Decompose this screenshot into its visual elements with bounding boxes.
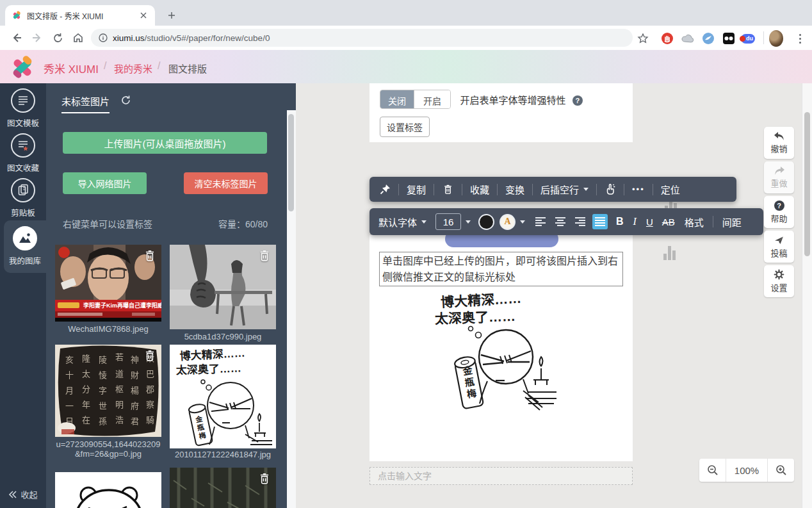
- align-left-button[interactable]: [533, 214, 548, 229]
- pin-icon[interactable]: [380, 184, 391, 195]
- chevron-down-icon[interactable]: [520, 220, 525, 224]
- hand-pointer-icon[interactable]: [605, 184, 616, 195]
- highlight-color-picker[interactable]: A: [499, 214, 516, 230]
- adblock-extension-icon[interactable]: [660, 31, 674, 45]
- workspace-scrollbar-thumb[interactable]: [804, 112, 810, 256]
- library-image-cartoon[interactable]: 博大精深…… 太深奥了…… 金 瓶 梅: [170, 345, 276, 448]
- help-question-icon[interactable]: ?: [572, 95, 583, 106]
- library-image-forest[interactable]: [170, 468, 276, 508]
- site-info-icon[interactable]: [99, 33, 108, 42]
- image-caption: WechatIMG7868.jpeg: [55, 324, 161, 334]
- format-menu-button[interactable]: 格式: [685, 215, 704, 229]
- more-options-button[interactable]: •••: [632, 184, 645, 194]
- panda-extension-icon[interactable]: [722, 31, 736, 45]
- undo-button[interactable]: 撤销: [764, 127, 794, 159]
- brand-link[interactable]: 秀米 XIUMI: [44, 60, 99, 76]
- profile-avatar[interactable]: [769, 31, 783, 45]
- upload-images-button[interactable]: 上传图片(可从桌面拖放图片): [63, 132, 267, 154]
- zoom-in-icon[interactable]: [768, 459, 794, 482]
- undo-arrow-icon: [774, 132, 785, 141]
- tab-untagged-images[interactable]: 未标签图片: [61, 94, 110, 113]
- svg-text:楊: 楊: [131, 386, 139, 395]
- insert-blank-line-button[interactable]: 后插空行: [540, 183, 589, 196]
- image-caption: u=2723090554,1644023209&fm=26&gp=0.jpg: [55, 439, 161, 459]
- bold-button[interactable]: B: [616, 216, 624, 227]
- locate-button[interactable]: 定位: [661, 183, 680, 196]
- home-icon[interactable]: [70, 30, 86, 45]
- sidebar-item-my-images[interactable]: 我的图库: [4, 220, 46, 273]
- screen: 图文排版 - 秀米 XIUMI xiumi.us/studio/v5#/pape…: [0, 0, 812, 508]
- svg-text:世: 世: [99, 401, 107, 411]
- selected-paragraph[interactable]: 单击图库中已经上传的图片，即可将该图片插入到右侧微信推文正文的鼠标光标处: [379, 252, 623, 286]
- delete-image-icon[interactable]: [257, 471, 272, 486]
- copy-button[interactable]: 复制: [407, 183, 426, 196]
- back-icon[interactable]: [9, 30, 24, 45]
- font-color-picker[interactable]: [478, 214, 494, 230]
- chevron-down-icon[interactable]: [466, 220, 471, 224]
- toggle-on-button[interactable]: 开启: [414, 90, 450, 108]
- tab-close-icon[interactable]: [138, 10, 149, 20]
- svg-text:亥: 亥: [65, 355, 74, 365]
- sidebar-item-clipboard[interactable]: 剪贴板: [0, 178, 46, 218]
- submit-button[interactable]: 投稿: [764, 231, 794, 263]
- delete-image-icon[interactable]: [143, 248, 157, 263]
- spacing-menu-button[interactable]: 间距: [722, 215, 742, 229]
- bookmark-star-icon[interactable]: [636, 31, 650, 45]
- du-extension-icon[interactable]: du: [741, 31, 755, 45]
- delete-image-icon[interactable]: [143, 348, 157, 363]
- sidebar-item-label: 剪贴板: [0, 206, 46, 218]
- zoom-out-icon[interactable]: [699, 459, 726, 482]
- svg-text:君: 君: [131, 416, 139, 426]
- align-justify-button[interactable]: [592, 214, 608, 229]
- breadcrumb-my-xiumi[interactable]: 我的秀米: [114, 61, 152, 75]
- cloud-extension-icon[interactable]: [681, 31, 695, 45]
- inserted-cartoon-image[interactable]: 博大精深…… 太深奥了…… 金瓶梅: [426, 290, 580, 411]
- align-center-button[interactable]: [553, 214, 568, 229]
- font-size-input[interactable]: 16: [435, 213, 461, 230]
- address-bar[interactable]: xiumi.us/studio/v5#/paper/for/new/cube/0: [91, 29, 633, 47]
- import-web-images-button[interactable]: 导入网络图片: [63, 172, 147, 194]
- xiumi-logo[interactable]: [8, 53, 37, 81]
- library-image-news[interactable]: 李阳妻子Kim再曝自己遭李阳威胁: [55, 245, 161, 322]
- forward-icon[interactable]: [29, 30, 45, 45]
- toggle-off-button[interactable]: 关闭: [380, 90, 414, 108]
- reload-icon[interactable]: [50, 30, 65, 45]
- help-button[interactable]: ? 帮助: [764, 196, 794, 228]
- sidebar-item-label: 我的图库: [4, 254, 46, 266]
- align-right-button[interactable]: [572, 214, 588, 229]
- svg-text:府: 府: [131, 401, 139, 411]
- underline-button[interactable]: U: [646, 217, 653, 227]
- sidebar-item-favorites[interactable]: 图文收藏: [0, 133, 46, 174]
- library-scrollbar-thumb[interactable]: [288, 114, 294, 211]
- delete-image-icon[interactable]: [257, 248, 272, 263]
- text-input-placeholder[interactable]: 点击输入文字: [369, 467, 633, 485]
- favorite-button[interactable]: 收藏: [470, 183, 489, 196]
- svg-text:道: 道: [115, 369, 124, 379]
- bird-extension-icon[interactable]: [701, 31, 715, 45]
- transform-button[interactable]: 变换: [505, 183, 524, 196]
- document-canvas[interactable]: 单击图库中已经上传的图片，即可将该图片插入到右侧微信推文正文的鼠标光标处: [369, 235, 633, 461]
- svg-text:字: 字: [99, 386, 107, 395]
- breadcrumb-sep2: /: [158, 60, 160, 72]
- collapse-sidebar-button[interactable]: 收起: [0, 488, 46, 500]
- library-image-bw[interactable]: [170, 245, 276, 329]
- clear-untagged-button[interactable]: 清空未标签图片: [184, 172, 268, 194]
- breadcrumb-page: 图文排版: [168, 61, 207, 75]
- new-tab-button[interactable]: [163, 6, 181, 24]
- chevrons-left-icon: [8, 491, 17, 498]
- sidebar-item-templates[interactable]: 图文模板: [0, 88, 46, 129]
- library-image-bear[interactable]: [55, 472, 161, 508]
- redo-button[interactable]: 重做: [764, 161, 794, 193]
- library-image-rubbing[interactable]: 亥隆陵若神故 十太㥄道財巴 月分字枢楊郡 一年世明府察 日在孫浩君騎: [55, 345, 161, 437]
- font-family-dropdown[interactable]: 默认字体: [378, 215, 426, 229]
- browser-menu-icon[interactable]: [793, 31, 807, 45]
- refresh-icon[interactable]: [120, 95, 131, 108]
- browser-tab[interactable]: 图文排版 - 秀米 XIUMI: [5, 5, 155, 26]
- strikethrough-button[interactable]: AB: [662, 217, 675, 227]
- delete-icon[interactable]: [442, 183, 454, 195]
- italic-button[interactable]: I: [633, 216, 637, 227]
- set-tag-button[interactable]: 设置标签: [380, 117, 430, 137]
- clipboard-icon: [11, 178, 35, 202]
- settings-button[interactable]: 设置: [764, 265, 794, 297]
- breadcrumb-sep: /: [104, 60, 106, 72]
